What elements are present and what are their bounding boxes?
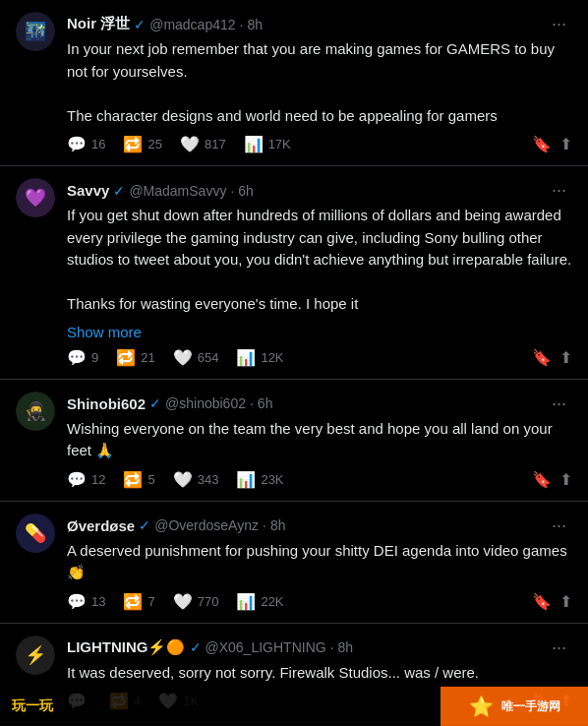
avatar[interactable]: 🌃 [16, 12, 55, 51]
tweet-body: Øverdøse ✓ @OverdoseAynz · 8h ··· A dese… [67, 514, 572, 611]
bookmark-icon[interactable]: 🔖 [532, 470, 552, 489]
bottom-right-text: 唯一手游网 [501, 698, 560, 715]
retweet-action[interactable]: 🔁 25 [123, 135, 161, 153]
tweet-header-left: Shinobi602 ✓ @shinobi602 · 6h [67, 395, 272, 412]
tweet-item: 💊 Øverdøse ✓ @OverdoseAynz · 8h ··· A de… [0, 502, 588, 624]
like-icon: 🤍 [180, 135, 200, 153]
views-icon: 📊 [236, 470, 256, 489]
more-button[interactable]: ··· [546, 12, 572, 36]
timestamp: 6h [258, 395, 273, 411]
retweet-count: 25 [147, 137, 161, 151]
comment-action[interactable]: 💬 13 [67, 592, 105, 611]
share-icon[interactable]: ⬆ [559, 592, 572, 611]
show-more-link[interactable]: Show more [67, 324, 572, 340]
handle: @X06_LIGHTNING [206, 639, 326, 655]
comment-count: 13 [91, 594, 105, 609]
comment-action[interactable]: 💬 12 [67, 470, 105, 489]
retweet-icon: 🔁 [123, 135, 143, 153]
views-action[interactable]: 📊 23K [236, 470, 283, 489]
username[interactable]: Øverdøse [67, 517, 135, 534]
tweet-header: Noir 浮世 ✓ @madcap412 · 8h ··· [67, 12, 572, 36]
tweet-actions: 💬 12 🔁 5 🤍 343 📊 23K 🔖 [67, 470, 572, 489]
like-action[interactable]: 🤍 654 [173, 348, 219, 367]
tweet-text: In your next job remember that you are m… [67, 38, 572, 127]
bookmark-icon[interactable]: 🔖 [532, 592, 552, 611]
dot-separator: · [250, 395, 254, 411]
bookmark-icon[interactable]: 🔖 [532, 135, 552, 153]
comment-icon: 💬 [67, 470, 87, 489]
tweet-header-left: Noir 浮世 ✓ @madcap412 · 8h [67, 15, 263, 33]
tweet-actions: 💬 13 🔁 7 🤍 770 📊 22K 🔖 [67, 592, 572, 611]
comment-action[interactable]: 💬 16 [67, 135, 105, 153]
tweet-item: 🌃 Noir 浮世 ✓ @madcap412 · 8h ··· In your … [0, 0, 588, 166]
username[interactable]: Noir 浮世 [67, 15, 130, 33]
tweet-item: 🥷 Shinobi602 ✓ @shinobi602 · 6h ··· Wish… [0, 380, 588, 502]
tweet-text: A deserved punishment for pushing your s… [67, 540, 572, 584]
retweet-icon: 🔁 [123, 470, 143, 489]
username[interactable]: Shinobi602 [67, 395, 146, 412]
views-count: 17K [268, 137, 291, 151]
views-count: 12K [261, 350, 283, 365]
verified-badge: ✓ [139, 517, 150, 533]
retweet-action[interactable]: 🔁 5 [123, 470, 154, 489]
comment-icon: 💬 [67, 135, 87, 153]
avatar[interactable]: 💊 [16, 514, 55, 553]
tweet-actions: 💬 16 🔁 25 🤍 817 📊 17K 🔖 [67, 135, 572, 153]
retweet-action[interactable]: 🔁 21 [116, 348, 154, 367]
tweet-header: Shinobi602 ✓ @shinobi602 · 6h ··· [67, 392, 572, 416]
tweet-body: Shinobi602 ✓ @shinobi602 · 6h ··· Wishin… [67, 392, 572, 489]
comment-icon: 💬 [67, 348, 87, 367]
more-button[interactable]: ··· [546, 178, 572, 203]
bottom-right-banner: ⭐ 唯一手游网 [441, 687, 588, 726]
more-button[interactable]: ··· [546, 635, 572, 660]
tweet-text: If you get shut down after hundreds of m… [67, 205, 572, 316]
retweet-action[interactable]: 🔁 7 [123, 592, 154, 611]
tweet-body: Savvy ✓ @MadamSavvy · 6h ··· If you get … [67, 178, 572, 367]
retweet-icon: 🔁 [116, 348, 136, 367]
timestamp: 8h [270, 517, 286, 533]
dot-separator: · [230, 183, 234, 199]
views-icon: 📊 [236, 592, 256, 611]
retweet-count: 21 [141, 350, 154, 365]
comment-action[interactable]: 💬 9 [67, 348, 98, 367]
tweet-header-left: Øverdøse ✓ @OverdoseAynz · 8h [67, 517, 285, 534]
like-action[interactable]: 🤍 343 [173, 470, 219, 489]
username[interactable]: Savvy [67, 182, 109, 199]
avatar[interactable]: 🥷 [16, 392, 55, 431]
more-button[interactable]: ··· [546, 392, 572, 416]
bookmark-icon[interactable]: 🔖 [532, 348, 552, 367]
views-action[interactable]: 📊 17K [244, 135, 291, 153]
retweet-icon: 🔁 [123, 592, 143, 611]
dot-separator: · [240, 17, 244, 32]
like-icon: 🤍 [173, 470, 193, 489]
verified-badge: ✓ [190, 639, 202, 655]
handle: @shinobi602 [165, 395, 246, 411]
avatar[interactable]: 💜 [16, 178, 55, 217]
verified-badge: ✓ [149, 395, 161, 411]
views-action[interactable]: 📊 12K [236, 348, 283, 367]
tweet-header-left: Savvy ✓ @MadamSavvy · 6h [67, 182, 254, 199]
share-icon[interactable]: ⬆ [559, 135, 572, 153]
avatar[interactable]: ⚡ [16, 635, 55, 675]
username[interactable]: LIGHTNING⚡🟠 [67, 638, 186, 656]
handle: @OverdoseAynz [154, 517, 259, 533]
tweet-header: LIGHTNING⚡🟠 ✓ @X06_LIGHTNING · 8h ··· [67, 635, 572, 660]
views-count: 22K [261, 594, 283, 609]
like-count: 343 [198, 472, 219, 487]
like-icon: 🤍 [173, 592, 193, 611]
like-action[interactable]: 🤍 817 [180, 135, 226, 153]
comment-count: 16 [91, 137, 105, 151]
tweet-actions: 💬 9 🔁 21 🤍 654 📊 12K 🔖 [67, 348, 572, 367]
timestamp: 6h [238, 183, 254, 199]
like-count: 654 [198, 350, 219, 365]
views-action[interactable]: 📊 22K [236, 592, 283, 611]
handle: @madcap412 [149, 17, 235, 32]
share-icon[interactable]: ⬆ [559, 470, 572, 489]
like-action[interactable]: 🤍 770 [173, 592, 219, 611]
comment-count: 9 [91, 350, 98, 365]
views-icon: 📊 [244, 135, 264, 153]
bottom-left-text: 玩一玩 [12, 697, 53, 715]
more-button[interactable]: ··· [546, 514, 572, 538]
share-icon[interactable]: ⬆ [559, 348, 572, 367]
verified-badge: ✓ [134, 17, 146, 32]
